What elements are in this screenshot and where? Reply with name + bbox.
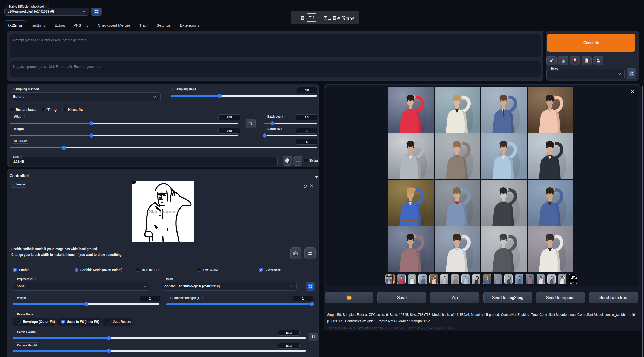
svg-text:Start drawing: Start drawing	[149, 209, 176, 214]
svg-text:Send to inpaint: Send to inpaint	[546, 295, 575, 300]
svg-text:Prompt (press Ctrl+Enter or Al: Prompt (press Ctrl+Enter or Alt+Enter to…	[13, 38, 87, 42]
svg-text:Styles: Styles	[550, 67, 558, 70]
svg-text:Send to img2img: Send to img2img	[492, 295, 523, 300]
svg-text:Hires. fix: Hires. fix	[68, 107, 83, 112]
svg-text:RGB to BGR: RGB to BGR	[142, 267, 159, 272]
svg-text:Zip: Zip	[452, 295, 458, 300]
svg-text:Scale to Fit (Inner Fit): Scale to Fit (Inner Fit)	[67, 319, 99, 324]
svg-text:Image: Image	[16, 182, 25, 186]
svg-text:Seed: Seed	[13, 155, 19, 159]
svg-text:img2img: img2img	[31, 23, 46, 27]
svg-text:control_scribble-fp16 [c508311: control_scribble-fp16 [c508311e]	[164, 284, 220, 288]
svg-text:CFG Scale: CFG Scale	[14, 139, 27, 143]
svg-text:Preprocessor: Preprocessor	[17, 277, 33, 281]
svg-text:Model: Model	[166, 277, 173, 281]
svg-text:PNG Info: PNG Info	[74, 23, 88, 27]
svg-text:Extra: Extra	[309, 158, 318, 163]
svg-text:Send to extras: Send to extras	[599, 295, 627, 300]
svg-text:Envelope (Outer Fit): Envelope (Outer Fit)	[23, 319, 55, 324]
svg-text:Low VRAM: Low VRAM	[203, 267, 218, 272]
svg-text:v1-5-pruned.ckpt [e1441589a6]: v1-5-pruned.ckpt [e1441589a6]	[8, 9, 54, 13]
svg-text:Just Resize: Just Resize	[113, 319, 131, 324]
svg-text:Weight: Weight	[17, 296, 26, 300]
svg-text:Width: Width	[14, 115, 22, 118]
svg-text:12345: 12345	[13, 159, 24, 164]
svg-text:Canvas Height: Canvas Height	[17, 343, 37, 347]
svg-text:none: none	[17, 284, 25, 288]
svg-text:Restore faces: Restore faces	[16, 107, 36, 112]
svg-text:Batch count: Batch count	[267, 115, 283, 118]
svg-text:Settings: Settings	[157, 23, 171, 27]
svg-text:Enable: Enable	[19, 267, 29, 272]
svg-text:Train: Train	[139, 23, 148, 27]
svg-text:Sampling steps: Sampling steps	[175, 87, 196, 91]
svg-text:Sampling method: Sampling method	[13, 87, 39, 91]
svg-text:txt2img: txt2img	[8, 23, 22, 27]
svg-text:ControlNet: ControlNet	[10, 173, 29, 178]
svg-text:Height: Height	[14, 127, 24, 131]
svg-text:Scribble Mode (Invert colors): Scribble Mode (Invert colors)	[80, 267, 122, 272]
svg-text:Stable Diffusion checkpoint: Stable Diffusion checkpoint	[8, 5, 47, 8]
svg-text:Extras: Extras	[55, 23, 65, 27]
svg-text:Steps: 50, Sampler: Euler a, C: Steps: 50, Sampler: Euler a, CFG scale: …	[327, 313, 635, 317]
svg-text:Canvas Width: Canvas Width	[17, 330, 36, 334]
svg-text:Save: Save	[397, 295, 407, 300]
svg-text:Extensions: Extensions	[180, 23, 199, 27]
svg-text:Enable scribble mode if your i: Enable scribble mode if your image has w…	[11, 247, 98, 251]
svg-text:Time taken: 6m 32.68s Torch: Time taken: 6m 32.68s Torch active/reser…	[327, 326, 454, 330]
svg-text:Guess Mode: Guess Mode	[265, 267, 281, 272]
svg-text:Tiling: Tiling	[47, 107, 57, 112]
svg-text:Change your brush width to mak: Change your brush width to make it thinn…	[11, 252, 122, 257]
svg-text:Batch size: Batch size	[267, 127, 282, 131]
svg-text:Generate: Generate	[583, 40, 599, 45]
svg-text:Resize Mode: Resize Mode	[17, 312, 33, 316]
svg-text:Checkpoint Merger: Checkpoint Merger	[98, 23, 130, 27]
svg-text:Negative prompt (press Ctrl+En: Negative prompt (press Ctrl+Enter or Alt…	[13, 65, 101, 69]
svg-text:Euler a: Euler a	[13, 94, 25, 99]
svg-text:[c508311e], ControlNet Weight:: [c508311e], ControlNet Weight: 1, Contro…	[327, 319, 430, 323]
svg-text:Guidance strength (T): Guidance strength (T)	[170, 296, 200, 300]
